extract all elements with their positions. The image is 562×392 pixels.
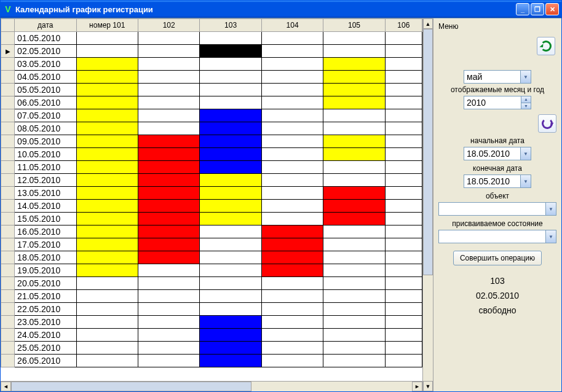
chevron-down-icon[interactable]: ▼: [545, 203, 556, 215]
status-cell[interactable]: [76, 225, 138, 238]
table-row[interactable]: 23.05.2010: [1, 316, 422, 329]
row-header[interactable]: [1, 71, 15, 84]
status-cell[interactable]: [76, 277, 138, 290]
status-cell[interactable]: [385, 32, 422, 45]
status-cell[interactable]: [323, 213, 385, 225]
status-cell[interactable]: [76, 84, 138, 96]
status-cell[interactable]: [261, 200, 323, 213]
status-cell[interactable]: [200, 277, 261, 290]
row-header[interactable]: [1, 84, 15, 96]
status-cell[interactable]: [323, 96, 385, 109]
status-cell[interactable]: [76, 148, 138, 161]
chevron-down-icon[interactable]: ▼: [545, 230, 556, 243]
status-cell[interactable]: [76, 238, 138, 251]
status-cell[interactable]: [138, 329, 199, 342]
chevron-down-icon[interactable]: ▼: [520, 71, 531, 83]
status-cell[interactable]: [261, 96, 323, 109]
row-header[interactable]: [1, 225, 15, 238]
status-cell[interactable]: [385, 96, 422, 109]
vscroll-thumb[interactable]: [423, 29, 433, 275]
table-row[interactable]: 19.05.2010: [1, 264, 422, 277]
status-cell[interactable]: [323, 109, 385, 122]
status-cell[interactable]: [323, 71, 385, 84]
status-cell[interactable]: [76, 355, 138, 367]
status-cell[interactable]: [385, 84, 422, 96]
status-cell[interactable]: [200, 187, 261, 200]
status-cell[interactable]: [323, 290, 385, 303]
table-row[interactable]: 04.05.2010: [1, 71, 422, 84]
date-cell[interactable]: 15.05.2010: [15, 213, 76, 225]
date-cell[interactable]: 20.05.2010: [15, 277, 76, 290]
status-cell[interactable]: [76, 342, 138, 355]
row-header[interactable]: [1, 187, 15, 200]
status-cell[interactable]: [200, 225, 261, 238]
status-cell[interactable]: [200, 303, 261, 316]
date-cell[interactable]: 17.05.2010: [15, 238, 76, 251]
status-cell[interactable]: [323, 264, 385, 277]
status-cell[interactable]: [138, 316, 199, 329]
status-cell[interactable]: [323, 342, 385, 355]
status-cell[interactable]: [385, 238, 422, 251]
status-cell[interactable]: [261, 187, 323, 200]
row-header[interactable]: [1, 122, 15, 135]
status-cell[interactable]: [138, 109, 199, 122]
status-cell[interactable]: [385, 122, 422, 135]
status-cell[interactable]: [385, 109, 422, 122]
status-cell[interactable]: [76, 316, 138, 329]
date-cell[interactable]: 22.05.2010: [15, 303, 76, 316]
status-cell[interactable]: [76, 290, 138, 303]
row-header[interactable]: [1, 109, 15, 122]
refresh-button[interactable]: [537, 37, 555, 55]
status-cell[interactable]: [323, 251, 385, 264]
status-cell[interactable]: [323, 238, 385, 251]
row-header[interactable]: [1, 290, 15, 303]
status-cell[interactable]: [261, 135, 323, 148]
grid-header[interactable]: 105: [323, 19, 385, 32]
year-up-button[interactable]: ▲: [521, 96, 531, 103]
status-cell[interactable]: [261, 32, 323, 45]
grid-header[interactable]: 106: [385, 19, 422, 32]
status-cell[interactable]: [138, 32, 199, 45]
status-cell[interactable]: [138, 264, 199, 277]
table-row[interactable]: 18.05.2010: [1, 251, 422, 264]
status-cell[interactable]: [200, 58, 261, 71]
status-cell[interactable]: [138, 251, 199, 264]
status-cell[interactable]: [200, 342, 261, 355]
table-row[interactable]: 21.05.2010: [1, 290, 422, 303]
status-cell[interactable]: [261, 122, 323, 135]
table-row[interactable]: 03.05.2010: [1, 58, 422, 71]
grid-header[interactable]: 102: [138, 19, 199, 32]
status-cell[interactable]: [385, 71, 422, 84]
row-header[interactable]: [1, 316, 15, 329]
row-header[interactable]: [1, 342, 15, 355]
hscroll-track[interactable]: [11, 382, 412, 391]
status-cell[interactable]: [138, 148, 199, 161]
status-cell[interactable]: [76, 251, 138, 264]
status-cell[interactable]: [138, 45, 199, 58]
date-cell[interactable]: 21.05.2010: [15, 290, 76, 303]
row-header[interactable]: [1, 213, 15, 225]
status-cell[interactable]: [138, 225, 199, 238]
status-cell[interactable]: [138, 355, 199, 367]
status-cell[interactable]: [261, 161, 323, 174]
status-cell[interactable]: [323, 32, 385, 45]
row-header[interactable]: [1, 96, 15, 109]
status-cell[interactable]: [385, 174, 422, 187]
status-cell[interactable]: [76, 264, 138, 277]
status-cell[interactable]: [76, 96, 138, 109]
date-cell[interactable]: 14.05.2010: [15, 200, 76, 213]
table-row[interactable]: 24.05.2010: [1, 329, 422, 342]
row-header[interactable]: [1, 174, 15, 187]
table-row[interactable]: ▶02.05.2010: [1, 45, 422, 58]
status-cell[interactable]: [385, 251, 422, 264]
row-header[interactable]: [1, 148, 15, 161]
table-row[interactable]: 26.05.2010: [1, 355, 422, 367]
year-down-button[interactable]: ▼: [521, 103, 531, 109]
status-cell[interactable]: [385, 277, 422, 290]
status-cell[interactable]: [323, 122, 385, 135]
status-cell[interactable]: [261, 264, 323, 277]
row-header[interactable]: [1, 135, 15, 148]
status-cell[interactable]: [76, 174, 138, 187]
status-cell[interactable]: [261, 225, 323, 238]
status-cell[interactable]: [323, 174, 385, 187]
